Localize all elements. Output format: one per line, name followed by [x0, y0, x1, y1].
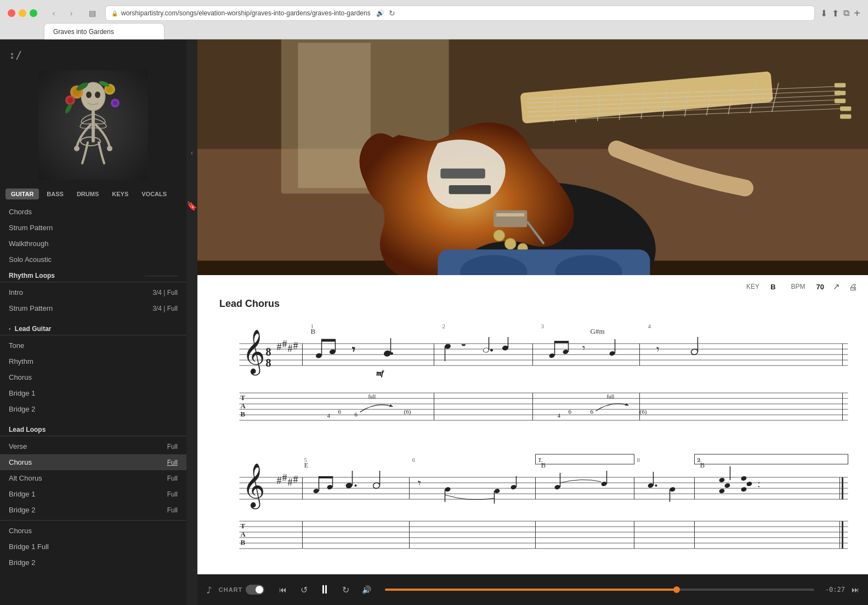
svg-rect-188	[695, 454, 848, 464]
key-value: B	[770, 283, 775, 291]
refresh-icon[interactable]: ↻	[389, 9, 395, 18]
sidebar-item-intro[interactable]: Intro 3/4 | Full	[0, 284, 186, 300]
sidebar-item-chords[interactable]: Chords	[0, 204, 186, 220]
forward-button[interactable]: ›	[64, 7, 79, 19]
bridge1-loop-badge: Full	[167, 490, 178, 498]
address-bar[interactable]: 🔒 worshipartistry.com/songs/elevation-wo…	[105, 5, 815, 21]
svg-point-81	[383, 350, 391, 357]
export-button[interactable]: ↗	[833, 282, 840, 292]
sidebar-item-alt-chorus[interactable]: Alt Chorus Full	[0, 470, 186, 486]
svg-point-195	[746, 481, 753, 487]
sidebar-item-bridge2-extra[interactable]: Bridge 2	[0, 555, 186, 570]
sidebar-item-bridge1[interactable]: Bridge 1	[0, 385, 186, 401]
svg-text:1: 1	[311, 323, 314, 329]
svg-text:4: 4	[558, 412, 561, 419]
svg-text:6: 6	[338, 408, 342, 415]
svg-text:A: A	[241, 530, 246, 538]
sheet-title: Lead Chorus	[197, 294, 868, 316]
svg-text:2: 2	[442, 323, 446, 329]
sidebar-item-bridge2-loop[interactable]: Bridge 2 Full	[0, 502, 186, 518]
tab-overview-button[interactable]: ⧉	[843, 8, 849, 18]
svg-point-16	[107, 146, 112, 151]
sidebar: :/	[0, 39, 186, 605]
drums-tab[interactable]: DRUMS	[71, 189, 104, 199]
tab-label: Graves into Gardens	[53, 28, 114, 36]
rewind-button[interactable]: ↺	[296, 582, 311, 597]
svg-text:6: 6	[591, 408, 594, 415]
album-artwork-svg	[49, 76, 137, 174]
svg-point-11	[113, 101, 117, 105]
share-button[interactable]: ⬆	[832, 8, 839, 19]
print-button[interactable]: 🖨	[849, 282, 857, 292]
intro-badge: 3/4 | Full	[152, 289, 178, 296]
svg-text:#: #	[277, 341, 282, 352]
app-container: :/	[0, 39, 868, 605]
sidebar-item-strum-pattern-loop[interactable]: Strum Pattern 3/4 | Full	[0, 300, 186, 316]
sidebar-item-chorus-lg[interactable]: Chorus	[0, 369, 186, 385]
svg-rect-79	[322, 339, 336, 341]
chorus-loop-label: Chorus	[9, 458, 32, 466]
bpm-value: 70	[816, 283, 824, 291]
svg-rect-56	[840, 115, 851, 119]
sidebar-item-tone[interactable]: Tone	[0, 338, 186, 353]
volume-button[interactable]: 🔊	[359, 582, 374, 597]
tab-view-button[interactable]: ▤	[84, 7, 100, 19]
svg-text:#: #	[277, 475, 282, 486]
strum-pattern-loop-label: Strum Pattern	[9, 304, 53, 312]
app-logo-button[interactable]: ♪	[206, 584, 212, 596]
transport-controls: ⏮ ↺ ⏸ ↻ 🔊	[275, 582, 374, 597]
album-art	[38, 70, 148, 180]
svg-text:G#m: G#m	[591, 327, 605, 335]
download-button[interactable]: ⬇	[820, 8, 827, 19]
svg-point-155	[345, 482, 353, 489]
progress-bar[interactable]	[385, 589, 814, 591]
minimize-button[interactable]	[19, 9, 26, 17]
sidebar-item-walkthrough[interactable]: Walkthrough	[0, 236, 186, 252]
sidebar-item-chorus-loop[interactable]: Chorus Full	[0, 454, 186, 470]
svg-point-100	[563, 349, 569, 355]
close-button[interactable]	[8, 9, 15, 17]
sidebar-collapse-button[interactable]: ‹	[191, 149, 193, 157]
back-button[interactable]: ‹	[46, 7, 61, 19]
rhythm-label: Rhythm	[9, 357, 33, 366]
skip-back-button[interactable]: ⏮	[275, 582, 291, 597]
keys-tab[interactable]: KEYS	[106, 189, 134, 199]
sidebar-item-bridge2-lg[interactable]: Bridge 2	[0, 401, 186, 417]
sidebar-item-solo-acoustic[interactable]: Solo Acoustic	[0, 252, 186, 267]
svg-text:E: E	[304, 461, 309, 469]
svg-point-109	[690, 349, 698, 356]
tone-label: Tone	[9, 341, 24, 350]
chart-toggle-area: CHART	[219, 585, 265, 595]
sidebar-item-strum-pattern[interactable]: Strum Pattern	[0, 220, 186, 236]
svg-text:𝄞: 𝄞	[242, 464, 265, 510]
svg-text:2.: 2.	[697, 456, 702, 463]
guitar-tab[interactable]: GUITAR	[5, 189, 39, 199]
skip-forward-button[interactable]: ⏭	[852, 585, 859, 594]
chart-toggle-switch[interactable]	[246, 585, 264, 595]
sidebar-item-bridge1-full[interactable]: Bridge 1 Full	[0, 539, 186, 555]
svg-rect-52	[835, 83, 846, 87]
svg-text:8: 8	[266, 357, 271, 369]
sidebar-item-bridge1-loop[interactable]: Bridge 1 Full	[0, 486, 186, 502]
bookmark-button[interactable]: 🔖	[186, 201, 197, 211]
sidebar-item-rhythm[interactable]: Rhythm	[0, 353, 186, 369]
svg-text:A: A	[241, 402, 246, 410]
svg-rect-26	[440, 168, 485, 178]
bass-tab[interactable]: BASS	[41, 189, 69, 199]
svg-point-9	[106, 86, 113, 93]
vocals-tab[interactable]: VOCALS	[136, 189, 172, 199]
active-tab[interactable]: Graves into Gardens	[44, 23, 164, 39]
bridge2-lg-label: Bridge 2	[9, 405, 35, 413]
svg-text:𝄞: 𝄞	[242, 330, 265, 376]
new-tab-button[interactable]: +	[854, 7, 860, 20]
maximize-button[interactable]	[30, 9, 37, 17]
svg-point-190	[719, 477, 725, 483]
chorus-lg-label: Chorus	[9, 373, 32, 381]
video-player	[197, 39, 868, 275]
pause-button[interactable]: ⏸	[317, 582, 332, 597]
sidebar-item-chorus-extra[interactable]: Chorus	[0, 523, 186, 539]
sidebar-item-verse[interactable]: Verse Full	[0, 438, 186, 454]
key-bpm-display: KEY B BPM 70	[746, 283, 824, 291]
loop-button[interactable]: ↻	[338, 582, 353, 597]
alt-chorus-badge: Full	[167, 475, 178, 482]
